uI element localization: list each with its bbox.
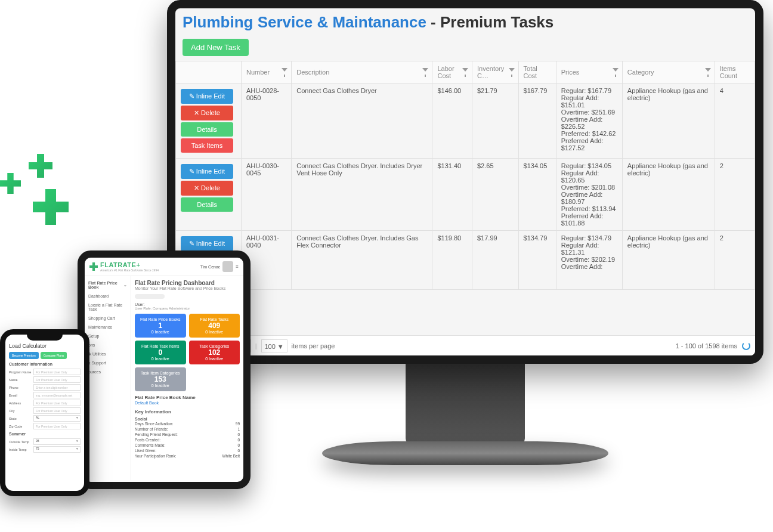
avatar[interactable] xyxy=(222,261,233,272)
become-premium-button[interactable]: Become Premium xyxy=(9,352,39,359)
details-button[interactable]: Details xyxy=(181,122,233,137)
form-field: Name For Premium User Only xyxy=(9,376,81,383)
monitor-stand xyxy=(406,355,525,444)
nav-section[interactable]: Flat Rate Price Book⌄ xyxy=(87,279,128,292)
dashboard-title: Flat Rate Pricing Dashboard xyxy=(135,280,240,286)
input-name[interactable]: For Premium User Only xyxy=(33,376,81,383)
nav-item[interactable]: Locate a Flat Rate Task xyxy=(87,301,128,314)
input-phone[interactable]: Enter a ten digit number xyxy=(33,384,81,391)
brand: FLATRATE+ xyxy=(100,261,140,268)
task-items-button[interactable]: Task Items xyxy=(181,138,233,153)
kv-row: Days Since Activation:99 xyxy=(135,421,240,426)
phone-notch xyxy=(27,335,63,341)
nav-item[interactable]: lk Utilities xyxy=(87,349,128,358)
monitor-base xyxy=(322,441,608,465)
input-zip-code[interactable]: For Premium User Only xyxy=(33,423,81,429)
filter-icon[interactable] xyxy=(509,66,515,72)
form-field: Email e.g. myname@example.net xyxy=(9,392,81,398)
cell-category: Appliance Hookup (gas and electric) xyxy=(622,231,715,290)
page-title: Plumbing Service & Maintanance - Premium… xyxy=(175,8,755,36)
plus-icon xyxy=(0,173,21,194)
user-name: Tim Cenac xyxy=(200,265,221,269)
logo-icon xyxy=(89,262,98,271)
delete-button[interactable]: ✕ Delete xyxy=(181,181,233,196)
cell-inv: $2.65 xyxy=(472,159,518,231)
cell-prices: Regular: $134.05 Regular Add: $120.65 Ov… xyxy=(556,159,622,231)
cell-count: 4 xyxy=(715,83,755,159)
input-city[interactable]: For Premium User Only xyxy=(33,407,81,414)
filter-icon[interactable] xyxy=(613,66,619,72)
default-book-link[interactable]: Default Book xyxy=(135,401,159,405)
filter-icon[interactable] xyxy=(705,66,711,72)
inline-edit-button[interactable]: ✎ Inline Edit xyxy=(181,164,233,179)
select-state[interactable]: AL xyxy=(33,415,81,422)
cell-total: $134.79 xyxy=(518,231,556,290)
col-category[interactable]: Category xyxy=(622,61,715,83)
filter-icon[interactable] xyxy=(282,66,287,72)
inline-edit-button[interactable]: ✎ Inline Edit xyxy=(181,89,233,104)
cell-desc: Connect Gas Clothes Dryer. Includes Gas … xyxy=(292,231,432,290)
pill xyxy=(135,294,165,299)
form-field: State AL xyxy=(9,415,81,422)
cell-labor: $119.80 xyxy=(432,231,472,290)
desktop-app: Plumbing Service & Maintanance - Premium… xyxy=(167,0,763,364)
kv-row: Number of Friends:1 xyxy=(135,426,240,432)
col-items-count[interactable]: Items Count xyxy=(715,61,755,83)
cell-desc: Connect Gas Clothes Dryer xyxy=(292,83,432,159)
input-email[interactable]: e.g. myname@example.net xyxy=(33,392,81,398)
col-description[interactable]: Description xyxy=(292,61,432,83)
nav-item[interactable]: Setup xyxy=(87,332,128,341)
stat-card[interactable]: Task Categories1020 Inactive xyxy=(189,341,240,364)
stat-card[interactable]: Flat Rate Task Items00 Inactive xyxy=(135,341,186,364)
nav-item[interactable]: k Support xyxy=(87,358,128,367)
nav-item[interactable]: ons xyxy=(87,341,128,349)
stat-card[interactable]: Flat Rate Tasks4090 Inactive xyxy=(189,314,240,338)
input-address[interactable]: For Premium User Only xyxy=(33,400,81,406)
table-row: ✎ Inline Edit ✕ Delete Details Task Item… xyxy=(176,83,755,159)
form-field: Program Name For Premium User Only xyxy=(9,369,81,375)
cell-total: $134.05 xyxy=(518,159,556,231)
kv-row: Your Participation Rank:White Belt xyxy=(135,453,240,459)
col-labor-cost[interactable]: Labor Cost xyxy=(432,61,472,83)
col-number[interactable]: Number xyxy=(242,61,292,83)
filter-icon[interactable] xyxy=(462,66,468,72)
nav-item[interactable]: Maintenance xyxy=(87,323,128,332)
cell-desc: Connect Gas Clothes Dryer. Includes Drye… xyxy=(292,159,432,231)
col-inventory-c-[interactable]: Inventory C… xyxy=(472,61,518,83)
tablet-content: Flat Rate Pricing Dashboard Monitor Your… xyxy=(131,276,243,480)
details-button[interactable]: Details xyxy=(181,197,233,212)
compare-plans-button[interactable]: Compare Plans xyxy=(41,352,67,359)
delete-button[interactable]: ✕ Delete xyxy=(181,106,233,120)
phone-app: Load Calculator Become Premium Compare P… xyxy=(0,329,89,496)
stat-card[interactable]: Flat Rate Price Books10 Inactive xyxy=(135,314,186,338)
inline-edit-button[interactable]: ✎ Inline Edit xyxy=(181,236,233,251)
stat-card[interactable]: Task Item Categories1530 Inactive xyxy=(135,367,186,391)
select-inside-temp[interactable]: 75 xyxy=(33,446,81,453)
nav-item[interactable]: Shopping Cart xyxy=(87,314,128,323)
select-outside-temp[interactable]: 98 xyxy=(33,438,81,445)
add-new-task-button[interactable]: Add New Task xyxy=(183,39,249,56)
refresh-icon[interactable] xyxy=(742,342,750,350)
cell-number: AHU-0028-0050 xyxy=(242,83,292,159)
col-prices[interactable]: Prices xyxy=(556,61,622,83)
plus-icon xyxy=(33,189,69,225)
table-row: ✎ Inline Edit ✕ Delete Details AHU-0031-… xyxy=(176,231,755,290)
col-total-cost[interactable]: Total Cost xyxy=(518,61,556,83)
cell-labor: $131.40 xyxy=(432,159,472,231)
filter-icon[interactable] xyxy=(422,66,428,72)
page-status: 1 - 100 of 1598 items xyxy=(676,342,737,349)
tablet-sidebar: Flat Rate Price Book⌄ DashboardLocate a … xyxy=(85,276,131,480)
kv-row: Posts Created:0 xyxy=(135,437,240,443)
tasks-table: NumberDescriptionLabor CostInventory C…T… xyxy=(175,61,755,290)
nav-item[interactable]: ources xyxy=(87,367,128,376)
kv-row: Liked Given:0 xyxy=(135,448,240,453)
form-field: Zip Code For Premium User Only xyxy=(9,423,81,429)
nav-item[interactable]: Dashboard xyxy=(87,292,128,301)
cell-prices: Regular: $167.79 Regular Add: $151.01 Ov… xyxy=(556,83,622,159)
cell-number: AHU-0030-0045 xyxy=(242,159,292,231)
kv-row: Comments Made:0 xyxy=(135,443,240,448)
tablet-header: FLATRATE+ America's #1 Flat Rate Softwar… xyxy=(85,258,243,276)
page-size[interactable]: 100 ▼ xyxy=(261,339,287,352)
input-program-name[interactable]: For Premium User Only xyxy=(33,369,81,375)
menu-icon[interactable]: ≡ xyxy=(236,264,239,270)
